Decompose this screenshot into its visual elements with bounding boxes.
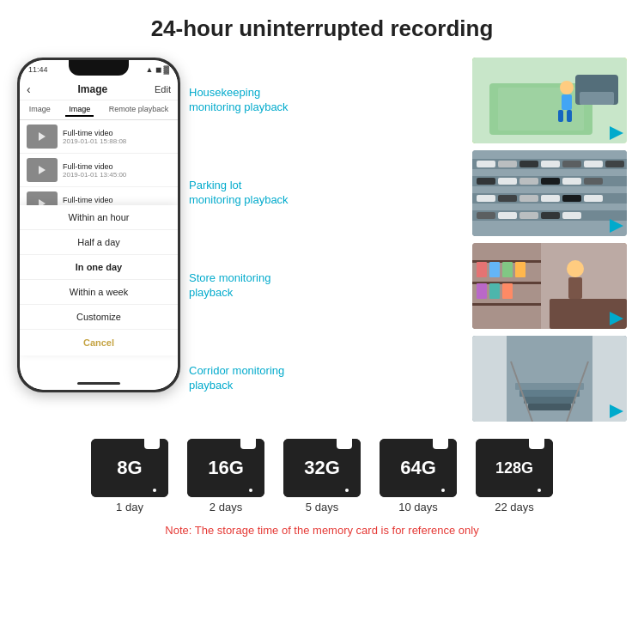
svg-rect-60 — [519, 390, 580, 397]
monitor-label-1: Housekeepingmonitoring playback — [189, 86, 465, 115]
sd-notch-8g — [144, 439, 160, 449]
phone-notch — [69, 60, 129, 76]
svg-marker-57 — [472, 336, 507, 422]
sd-dot-32g — [345, 489, 349, 492]
sd-card-icon-32g: 32G — [283, 439, 361, 497]
svg-rect-47 — [477, 283, 487, 299]
sd-notch-64g — [433, 439, 448, 449]
sd-cards-row: 8G 1 day 16G 2 days 32G 5 — [91, 439, 553, 513]
monitor-label-2: Parking lotmonitoring playback — [189, 179, 465, 208]
sd-card-128g: 128G 22 days — [476, 439, 553, 513]
phone-header-title: Image — [78, 83, 108, 95]
svg-rect-5 — [558, 110, 563, 122]
sd-card-icon-16g: 16G — [187, 439, 264, 497]
sd-label-8g: 8G — [117, 457, 142, 479]
photo-inner-3 — [472, 243, 627, 329]
svg-rect-20 — [605, 161, 624, 167]
video-info-1: Full-time video 2019-01-01 15:88:08 — [63, 129, 126, 145]
dropdown-item-1[interactable]: Within an hour — [20, 205, 178, 230]
photo-inner-1 — [472, 58, 627, 143]
svg-rect-23 — [519, 178, 538, 185]
svg-rect-16 — [519, 161, 538, 167]
sd-notch-32g — [337, 439, 352, 449]
dropdown-item-5[interactable]: Customize — [20, 305, 178, 330]
monitor-row-2: Parking lotmonitoring playback — [189, 150, 627, 236]
sd-notch-128g — [529, 439, 544, 449]
video-item-2: Full-time video 2019-01-01 13:45:00 — [20, 154, 178, 187]
video-label-3: Full-time video — [63, 196, 126, 204]
video-label-1: Full-time video — [63, 129, 126, 137]
svg-rect-14 — [477, 161, 495, 167]
svg-rect-32 — [584, 195, 603, 202]
svg-rect-19 — [584, 161, 603, 167]
video-date-1: 2019-01-01 15:88:08 — [63, 137, 126, 145]
sd-card-64g: 64G 10 days — [380, 439, 457, 513]
sd-days-8g: 1 day — [116, 501, 143, 513]
page-title: 24-hour uninterrupted recording — [151, 15, 494, 42]
sd-dot-64g — [441, 489, 445, 492]
video-thumb-2 — [27, 158, 58, 182]
monitor-label-4: Corridor monitoringplayback — [189, 364, 465, 393]
svg-rect-49 — [502, 283, 513, 299]
dropdown-item-2[interactable]: Half a day — [20, 230, 178, 255]
svg-point-3 — [560, 81, 574, 94]
play-icon-1 — [39, 132, 46, 141]
svg-rect-30 — [541, 195, 560, 202]
svg-rect-48 — [489, 283, 500, 299]
phone-edit[interactable]: Edit — [155, 84, 171, 94]
sd-dot-128g — [538, 489, 541, 492]
phone-dropdown: Within an hour Half a day In one day Wit… — [20, 205, 178, 355]
svg-rect-25 — [562, 178, 581, 185]
sd-dot-16g — [249, 489, 252, 492]
sd-days-16g: 2 days — [210, 501, 242, 513]
svg-rect-59 — [515, 383, 584, 390]
svg-rect-62 — [528, 404, 571, 410]
dropdown-cancel[interactable]: Cancel — [20, 330, 178, 355]
video-label-2: Full-time video — [63, 162, 126, 171]
svg-rect-42 — [472, 303, 541, 306]
phone-tab-image[interactable]: Image — [26, 103, 54, 117]
svg-rect-15 — [498, 161, 517, 167]
monitor-row-1: Housekeepingmonitoring playback — [189, 58, 627, 143]
phone-header: ‹ Image Edit — [20, 79, 178, 100]
svg-rect-35 — [519, 212, 538, 219]
svg-rect-6 — [567, 110, 572, 122]
svg-rect-24 — [541, 178, 560, 185]
play-icon-2 — [39, 166, 46, 174]
svg-rect-61 — [524, 397, 575, 404]
svg-rect-33 — [477, 212, 495, 219]
monitor-label-3: Store monitoringplayback — [189, 271, 465, 301]
dropdown-item-4[interactable]: Within a week — [20, 280, 178, 305]
svg-rect-4 — [562, 94, 572, 110]
svg-rect-37 — [562, 212, 581, 219]
phone-time: 11:44 — [28, 65, 48, 74]
sd-label-32g: 32G — [304, 457, 340, 479]
svg-rect-43 — [477, 262, 487, 277]
sd-days-32g: 5 days — [306, 501, 338, 513]
svg-rect-54 — [550, 299, 627, 329]
svg-rect-45 — [502, 262, 513, 277]
svg-rect-36 — [541, 212, 560, 219]
sd-days-64g: 10 days — [398, 501, 438, 513]
page: 24-hour uninterrupted recording 11:44 ▲ … — [0, 0, 644, 644]
svg-rect-46 — [515, 262, 526, 277]
sd-card-icon-128g: 128G — [476, 439, 553, 497]
svg-rect-51 — [568, 277, 582, 299]
phone-tabs: Image Image Remote playback — [20, 100, 178, 120]
svg-rect-17 — [541, 161, 560, 167]
phone-back[interactable]: ‹ — [27, 82, 31, 96]
svg-rect-34 — [498, 212, 517, 219]
svg-rect-8 — [580, 92, 614, 105]
video-info-2: Full-time video 2019-01-01 13:45:00 — [63, 162, 126, 179]
phone-tab-remote[interactable]: Remote playback — [106, 103, 173, 117]
sd-card-32g: 32G 5 days — [283, 439, 361, 513]
sd-card-icon-8g: 8G — [91, 439, 168, 497]
svg-rect-44 — [489, 262, 500, 277]
sd-label-64g: 64G — [400, 457, 436, 479]
sd-label-128g: 128G — [495, 459, 533, 477]
svg-rect-18 — [562, 161, 581, 167]
dropdown-item-3[interactable]: In one day — [20, 255, 178, 280]
middle-section: 11:44 ▲ ◼ ▓ ‹ Image Edit Image Image Rem… — [0, 58, 644, 422]
phone-tab-image2[interactable]: Image — [65, 103, 94, 117]
video-item-1: Full-time video 2019-01-01 15:88:08 — [20, 120, 178, 154]
